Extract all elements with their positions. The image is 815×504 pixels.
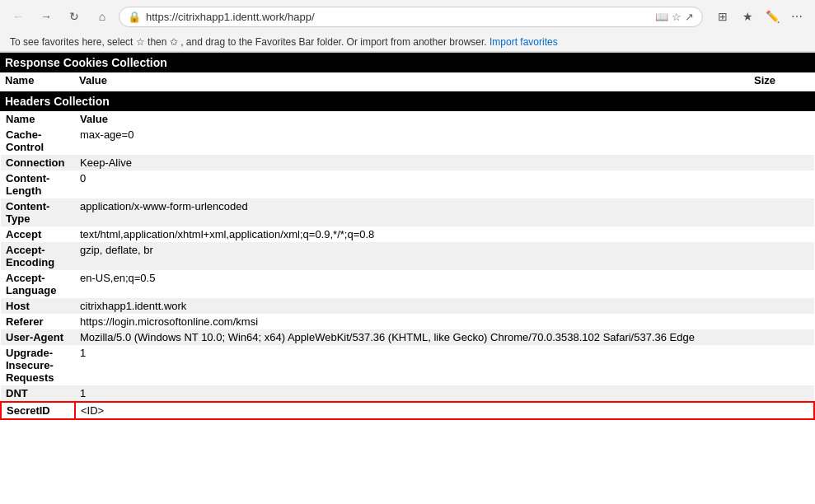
header-name-cell: Accept xyxy=(1,226,75,242)
url-input[interactable] xyxy=(146,11,650,23)
table-row: Accept-Languageen-US,en;q=0.5 xyxy=(1,270,814,298)
read-aloud-icon: 📖 xyxy=(655,11,668,23)
header-value-cell: gzip, deflate, br xyxy=(75,242,814,270)
header-name-cell: Cache-Control xyxy=(1,127,75,155)
headers-section: Headers Collection Name Value Cache-Cont… xyxy=(0,91,815,420)
header-value-cell: text/html,application/xhtml+xml,applicat… xyxy=(75,226,814,242)
import-favorites-link[interactable]: Import favorites xyxy=(489,36,558,48)
header-name-cell: SecretID xyxy=(1,402,75,419)
headers-col-value: Value xyxy=(75,111,814,127)
back-button[interactable]: ← xyxy=(7,5,30,28)
table-row: Content-Typeapplication/x-www-form-urlen… xyxy=(1,198,814,226)
table-row: SecretID<ID> xyxy=(1,402,814,419)
header-name-cell: Accept-Language xyxy=(1,270,75,298)
header-name-cell: Accept-Encoding xyxy=(1,242,75,270)
cookies-section-title: Response Cookies Collection xyxy=(0,53,815,72)
table-row: Content-Length0 xyxy=(1,170,814,198)
refresh-button[interactable]: ↻ xyxy=(63,5,86,28)
header-value-cell: Keep-Alive xyxy=(75,155,814,170)
favorites-star-icon: ☆ xyxy=(136,36,145,48)
header-value-cell: max-age=0 xyxy=(75,127,814,155)
header-name-cell: Upgrade-Insecure-Requests xyxy=(1,345,75,385)
share-icon: ↗ xyxy=(685,11,694,23)
favorites-bar: To see favorites here, select ☆ then ✩ ,… xyxy=(0,33,815,52)
table-row: ConnectionKeep-Alive xyxy=(1,155,814,170)
table-row: Accept-Encodinggzip, deflate, br xyxy=(1,242,814,270)
favorites-bar-text: To see favorites here, select xyxy=(10,36,136,48)
cookies-table: Name Value Size xyxy=(0,72,815,91)
address-bar-icons: 📖 ☆ ↗ xyxy=(655,11,694,23)
nav-bar: ← → ↻ ⌂ 🔒 📖 ☆ ↗ ⊞ ★ ✏️ ⋯ xyxy=(0,0,815,33)
favorites-bar-text2: then xyxy=(148,36,170,48)
header-name-cell: Content-Type xyxy=(1,198,75,226)
favorites-icon: ☆ xyxy=(672,11,682,23)
header-value-cell: Mozilla/5.0 (Windows NT 10.0; Win64; x64… xyxy=(75,329,814,345)
favorites-star2-icon: ✩ xyxy=(170,36,178,48)
header-name-cell: Host xyxy=(1,298,75,314)
header-name-cell: Connection xyxy=(1,155,75,170)
table-row: Cache-Controlmax-age=0 xyxy=(1,127,814,155)
favorites-bar-text3: , and drag to the Favorites Bar folder. … xyxy=(180,36,487,48)
table-row: Upgrade-Insecure-Requests1 xyxy=(1,345,814,385)
header-value-cell: en-US,en;q=0.5 xyxy=(75,270,814,298)
header-value-cell: 1 xyxy=(75,345,814,385)
settings-button[interactable]: ⋯ xyxy=(785,5,808,28)
address-bar[interactable]: 🔒 📖 ☆ ↗ xyxy=(119,7,703,27)
cookies-col-value: Value xyxy=(74,72,749,88)
browser-chrome: ← → ↻ ⌂ 🔒 📖 ☆ ↗ ⊞ ★ ✏️ ⋯ To see favorite… xyxy=(0,0,815,53)
table-row: Accepttext/html,application/xhtml+xml,ap… xyxy=(1,226,814,242)
table-row: User-AgentMozilla/5.0 (Windows NT 10.0; … xyxy=(1,329,814,345)
cookies-col-name: Name xyxy=(0,72,74,88)
page-content: Response Cookies Collection Name Value S… xyxy=(0,53,815,474)
headers-section-title: Headers Collection xyxy=(0,91,815,111)
header-value-cell: 1 xyxy=(75,385,814,402)
cookies-section: Response Cookies Collection Name Value S… xyxy=(0,53,815,91)
header-name-cell: Referer xyxy=(1,314,75,329)
table-row: Refererhttps://login.microsoftonline.com… xyxy=(1,314,814,329)
header-value-cell: <ID> xyxy=(75,402,814,419)
headers-table: Name Value Cache-Controlmax-age=0Connect… xyxy=(0,111,815,420)
home-button[interactable]: ⌂ xyxy=(91,5,114,28)
favorites-button[interactable]: ★ xyxy=(736,5,759,28)
headers-col-name: Name xyxy=(1,111,75,127)
forward-button[interactable]: → xyxy=(35,5,58,28)
lock-icon: 🔒 xyxy=(128,11,141,23)
collections-button[interactable]: ⊞ xyxy=(711,5,734,28)
table-row: Hostcitrixhapp1.identt.work xyxy=(1,298,814,314)
header-name-cell: Content-Length xyxy=(1,170,75,198)
edit-button[interactable]: ✏️ xyxy=(761,5,784,28)
cookies-col-size: Size xyxy=(749,72,815,88)
header-value-cell: 0 xyxy=(75,170,814,198)
header-value-cell: citrixhapp1.identt.work xyxy=(75,298,814,314)
header-name-cell: DNT xyxy=(1,385,75,402)
header-name-cell: User-Agent xyxy=(1,329,75,345)
table-row: DNT1 xyxy=(1,385,814,402)
header-value-cell: application/x-www-form-urlencoded xyxy=(75,198,814,226)
toolbar-icons: ⊞ ★ ✏️ ⋯ xyxy=(711,5,808,28)
header-value-cell: https://login.microsoftonline.com/kmsi xyxy=(75,314,814,329)
